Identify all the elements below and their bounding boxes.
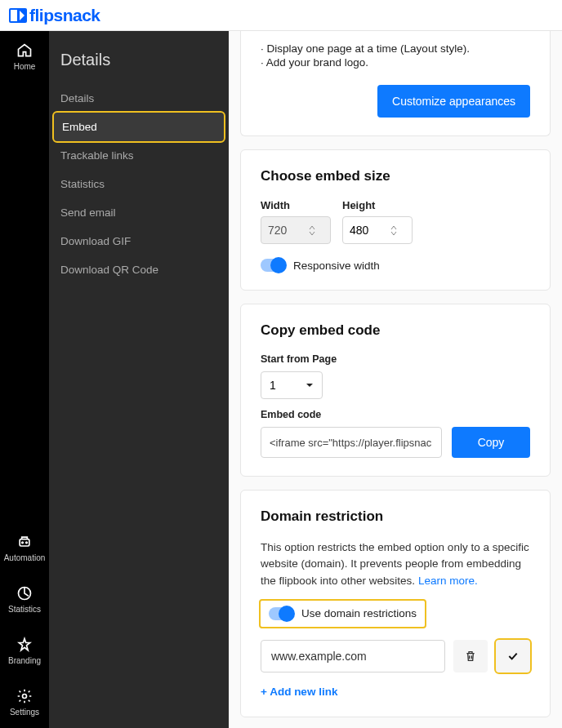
- rail-statistics[interactable]: Statistics: [0, 574, 49, 625]
- width-input[interactable]: [268, 224, 309, 237]
- automation-icon: [16, 534, 33, 550]
- responsive-toggle[interactable]: [261, 259, 285, 272]
- chevron-up-icon: [390, 225, 397, 230]
- chevron-down-icon: [309, 231, 315, 236]
- main-content: · Display one page at a time (Layout sty…: [229, 31, 562, 728]
- embed-size-title: Choose embed size: [261, 168, 530, 184]
- height-input[interactable]: [350, 224, 390, 237]
- rail-branding[interactable]: Branding: [0, 625, 49, 677]
- embed-code-card: Copy embed code Start from Page 1 Embed …: [240, 304, 551, 477]
- panel-item-send-email[interactable]: Send email: [49, 198, 229, 227]
- panel-item-details[interactable]: Details: [49, 84, 229, 113]
- width-stepper[interactable]: [309, 225, 315, 236]
- domain-input[interactable]: [261, 640, 445, 673]
- details-panel: Details Details Embed Trackable links St…: [49, 31, 229, 728]
- svg-rect-1: [11, 10, 17, 21]
- trash-icon: [464, 650, 477, 663]
- rail-automation[interactable]: Automation: [0, 522, 49, 574]
- width-label: Width: [261, 199, 331, 211]
- chevron-down-icon: [390, 231, 397, 236]
- chevron-up-icon: [309, 225, 315, 230]
- start-page-label: Start from Page: [261, 353, 530, 365]
- width-input-wrap: [261, 216, 331, 244]
- domain-card: Domain restriction This option restricts…: [240, 490, 551, 717]
- domain-toggle-label: Use domain restrictions: [301, 607, 417, 619]
- learn-more-link[interactable]: Learn more.: [418, 575, 478, 587]
- panel-item-trackable[interactable]: Trackable links: [49, 141, 229, 170]
- domain-desc: This option restricts the embed option o…: [261, 539, 530, 589]
- panel-item-download-gif[interactable]: Download GIF: [49, 227, 229, 255]
- left-rail: Home Automation Statistics Branding Sett…: [0, 31, 49, 728]
- panel-title: Details: [49, 47, 229, 84]
- home-icon: [16, 42, 33, 59]
- rail-settings[interactable]: Settings: [0, 677, 49, 728]
- branding-icon: [16, 637, 33, 653]
- svg-point-4: [26, 542, 28, 544]
- confirm-domain-button[interactable]: [496, 640, 530, 673]
- embed-code-input[interactable]: [261, 427, 442, 458]
- domain-title: Domain restriction: [261, 508, 530, 525]
- height-label: Height: [342, 199, 413, 211]
- customize-appearances-button[interactable]: Customize appearances: [377, 85, 530, 118]
- flipsnack-logo-icon: [8, 7, 28, 24]
- appearance-bullet-2: · Add your brand logo.: [261, 56, 530, 69]
- brand-logo[interactable]: flipsnack: [8, 6, 100, 25]
- domain-toggle[interactable]: [269, 607, 293, 620]
- embed-code-title: Copy embed code: [261, 322, 530, 339]
- brand-name: flipsnack: [29, 6, 100, 25]
- panel-item-statistics[interactable]: Statistics: [49, 170, 229, 198]
- copy-button[interactable]: Copy: [452, 427, 530, 458]
- add-link-button[interactable]: + Add new link: [261, 686, 337, 698]
- svg-point-3: [22, 542, 24, 544]
- panel-item-embed[interactable]: Embed: [54, 113, 224, 141]
- appearance-bullet-1: · Display one page at a time (Layout sty…: [261, 42, 530, 55]
- panel-item-download-qr[interactable]: Download QR Code: [49, 255, 229, 284]
- statistics-icon: [16, 585, 33, 601]
- delete-domain-button[interactable]: [453, 640, 488, 673]
- topbar: flipsnack: [0, 0, 562, 31]
- rail-home[interactable]: Home: [14, 31, 36, 82]
- height-input-wrap: [342, 216, 413, 244]
- appearance-card: · Display one page at a time (Layout sty…: [240, 31, 551, 136]
- responsive-label: Responsive width: [293, 260, 380, 272]
- embed-code-label: Embed code: [261, 409, 530, 420]
- caret-down-icon: [306, 383, 314, 388]
- check-icon: [506, 650, 520, 663]
- start-page-select[interactable]: 1: [261, 371, 323, 399]
- embed-size-card: Choose embed size Width Height: [240, 149, 551, 291]
- svg-point-6: [23, 695, 27, 699]
- height-stepper[interactable]: [390, 225, 397, 236]
- domain-toggle-wrap: Use domain restrictions: [261, 601, 425, 627]
- settings-icon: [16, 688, 33, 704]
